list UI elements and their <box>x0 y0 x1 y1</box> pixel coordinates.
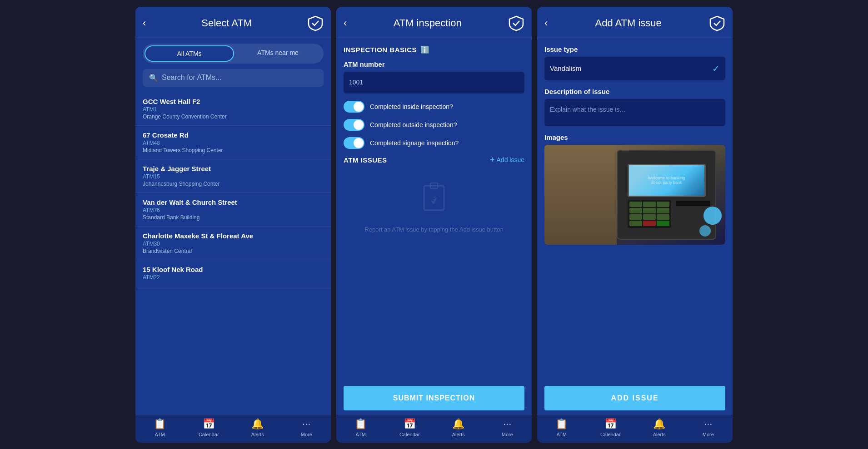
nav-item-calendar-s2[interactable]: 📅 Calendar <box>385 418 434 437</box>
nav-item-more-s3[interactable]: ··· More <box>684 418 733 437</box>
atm-name: Van der Walt & Church Street <box>143 198 324 206</box>
toggle-outside-switch[interactable] <box>344 119 364 131</box>
add-issue-submit-button[interactable]: ADD ISSUE <box>544 386 725 410</box>
atm-name: GCC West Hall F2 <box>143 98 324 105</box>
atm-number-label: ATM number <box>344 60 524 68</box>
atm-name: 67 Crosate Rd <box>143 131 324 139</box>
atm-location: Orange County Convention Center <box>143 113 324 120</box>
atm-nav-icon-s2: 📋 <box>354 418 367 430</box>
list-item[interactable]: Traje & Jagger Street ATM15 Johannesburg… <box>135 159 331 193</box>
nav-item-alerts-s2[interactable]: 🔔 Alerts <box>434 418 483 437</box>
chevron-down-icon: ✓ <box>712 63 720 74</box>
tab-all-atms[interactable]: All ATMs <box>145 45 234 62</box>
back-button-s3[interactable]: ‹ <box>544 17 548 29</box>
toggle-outside-label: Completed outside inspection? <box>370 121 457 128</box>
alerts-nav-icon-s3: 🔔 <box>653 418 665 430</box>
nav-item-atm-s3[interactable]: 📋 ATM <box>537 418 586 437</box>
brand-logo-s1 <box>307 15 324 31</box>
nav-label-more-s3: More <box>703 432 714 437</box>
nav-label-more: More <box>301 432 312 437</box>
nav-item-more-s1[interactable]: ··· More <box>282 418 331 437</box>
toggle-signage-label: Completed signage inspection? <box>370 139 459 147</box>
tab-atms-near-me[interactable]: ATMs near me <box>234 45 322 62</box>
toggle-knob <box>354 120 364 130</box>
submit-inspection-button[interactable]: SUBMIT INSPECTION <box>344 386 524 410</box>
atm-code: ATM15 <box>143 173 324 180</box>
screen2-title: ATM inspection <box>347 17 508 29</box>
atm-location: Standard Bank Building <box>143 214 324 221</box>
atm-code: ATM48 <box>143 140 324 146</box>
add-issue-label: Add issue <box>497 156 524 163</box>
add-issue-button[interactable]: + Add issue <box>490 155 524 165</box>
info-icon[interactable]: ℹ️ <box>420 45 429 54</box>
nav-label-calendar: Calendar <box>199 432 219 437</box>
nav-item-alerts-s1[interactable]: 🔔 Alerts <box>233 418 282 437</box>
atm-name: 15 Kloof Nek Road <box>143 266 324 273</box>
back-button-s1[interactable]: ‹ <box>143 17 146 29</box>
search-input[interactable]: Search for ATMs... <box>162 74 221 82</box>
list-item[interactable]: 67 Crosate Rd ATM48 Midland Towers Shopp… <box>135 126 331 159</box>
alerts-nav-icon-s2: 🔔 <box>452 418 464 430</box>
toggle-inside-label: Completed inside inspection? <box>370 103 453 110</box>
issue-type-dropdown[interactable]: Vandalism ✓ <box>544 57 725 80</box>
search-icon: 🔍 <box>149 74 158 82</box>
list-item[interactable]: 15 Kloof Nek Road ATM22 <box>135 260 331 287</box>
description-placeholder: Explain what the issue is… <box>550 106 626 113</box>
nav-label-alerts: Alerts <box>251 432 264 437</box>
atm-nav-icon: 📋 <box>154 418 166 430</box>
screen3-header: ‹ Add ATM issue <box>537 7 733 38</box>
nav-label-more-s2: More <box>502 432 513 437</box>
nav-label-calendar-s2: Calendar <box>399 432 420 437</box>
screen-add-atm-issue: ‹ Add ATM issue Issue type Vandalism ✓ D… <box>537 7 733 443</box>
more-nav-icon: ··· <box>302 418 310 430</box>
toggle-inside: Completed inside inspection? <box>344 101 524 113</box>
screen2-header: ‹ ATM inspection <box>336 7 532 38</box>
nav-item-calendar-s3[interactable]: 📅 Calendar <box>586 418 635 437</box>
bottom-nav-s2: 📋 ATM 📅 Calendar 🔔 Alerts ··· More <box>336 414 532 443</box>
nav-label-calendar-s3: Calendar <box>600 432 621 437</box>
nav-item-alerts-s3[interactable]: 🔔 Alerts <box>635 418 684 437</box>
atm-code: ATM22 <box>143 274 324 281</box>
atm-issues-title: ATM ISSUES <box>344 156 387 164</box>
screen3-title: Add ATM issue <box>548 17 709 29</box>
atm-tabs: All ATMs ATMs near me <box>143 44 324 64</box>
list-item[interactable]: Van der Walt & Church Street ATM76 Stand… <box>135 193 331 227</box>
bottom-nav-s3: 📋 ATM 📅 Calendar 🔔 Alerts ··· More <box>537 414 733 443</box>
list-item[interactable]: GCC West Hall F2 ATM1 Orange County Conv… <box>135 92 331 126</box>
atm-number-input[interactable]: 1001 <box>344 72 524 94</box>
inspection-basics-header: INSPECTION BASICS ℹ️ <box>344 45 524 54</box>
atm-location: Johannesburg Shopping Center <box>143 181 324 187</box>
empty-issues-state: Report an ATM issue by tapping the Add i… <box>344 172 524 243</box>
inspection-content: INSPECTION BASICS ℹ️ ATM number 1001 Com… <box>336 38 532 382</box>
plus-icon: + <box>490 155 495 165</box>
clipboard-empty-icon <box>420 181 448 220</box>
calendar-nav-icon-s3: 📅 <box>604 418 617 430</box>
atm-issues-header: ATM ISSUES + Add issue <box>344 155 524 165</box>
nav-item-calendar-s1[interactable]: 📅 Calendar <box>185 418 234 437</box>
screen-select-atm: ‹ Select ATM All ATMs ATMs near me 🔍 Sea… <box>135 7 331 443</box>
toggle-inside-switch[interactable] <box>344 101 364 113</box>
issue-type-label: Issue type <box>544 45 725 53</box>
issue-type-value: Vandalism <box>550 64 581 72</box>
atm-number-value: 1001 <box>349 79 363 86</box>
inspection-basics-title: INSPECTION BASICS <box>344 46 417 54</box>
list-item[interactable]: Charlotte Maxeke St & Floreat Ave ATM30 … <box>135 227 331 260</box>
nav-label-atm-s3: ATM <box>557 432 567 437</box>
more-nav-icon-s2: ··· <box>503 418 511 430</box>
nav-item-atm-s1[interactable]: 📋 ATM <box>135 418 185 437</box>
nav-item-more-s2[interactable]: ··· More <box>483 418 532 437</box>
search-bar[interactable]: 🔍 Search for ATMs... <box>143 69 324 87</box>
atm-code: ATM1 <box>143 106 324 113</box>
atm-location: Brandwisten Central <box>143 248 324 254</box>
nav-item-atm-s2[interactable]: 📋 ATM <box>336 418 385 437</box>
nav-label-alerts-s3: Alerts <box>653 432 666 437</box>
brand-logo-s3 <box>709 15 725 31</box>
nav-label-alerts-s2: Alerts <box>452 432 465 437</box>
images-label: Images <box>544 133 725 141</box>
empty-issues-text: Report an ATM issue by tapping the Add i… <box>364 225 503 234</box>
back-button-s2[interactable]: ‹ <box>344 17 347 29</box>
description-textarea[interactable]: Explain what the issue is… <box>544 99 725 126</box>
toggle-signage-switch[interactable] <box>344 137 364 149</box>
atm-list: GCC West Hall F2 ATM1 Orange County Conv… <box>135 92 331 414</box>
add-issue-content: Issue type Vandalism ✓ Description of is… <box>537 38 733 382</box>
